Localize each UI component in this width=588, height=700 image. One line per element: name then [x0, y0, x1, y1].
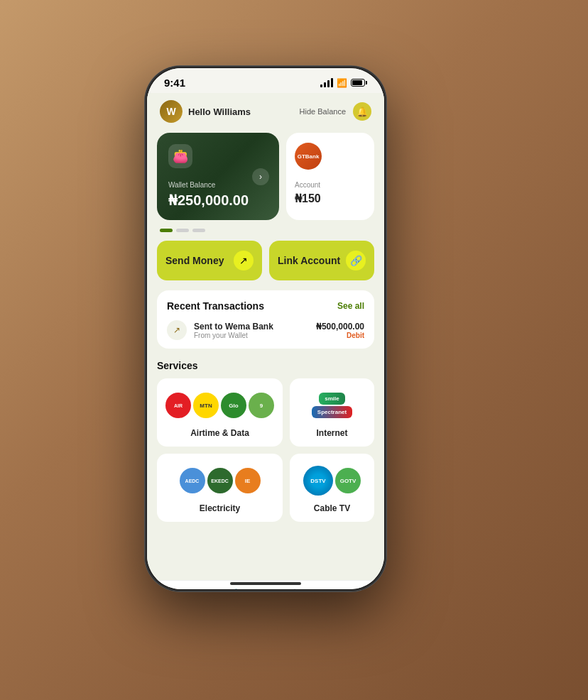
bank-amount: ₦150 [295, 192, 366, 205]
user-info: W Hello Williams [160, 100, 251, 123]
electricity-logos: AEDC EKEDC IE [180, 465, 261, 496]
dot-1 [176, 229, 189, 232]
wifi-icon: 📶 [337, 78, 347, 88]
carousel-dots [147, 227, 384, 238]
cable-tv-card[interactable]: DSTV GOTV Cable TV [290, 454, 374, 522]
quick-actions: Send Money ↗ Link Account 🔗 [147, 238, 384, 288]
battery-icon [351, 79, 367, 87]
tx-right: ₦500,000.00 Debit [316, 322, 364, 339]
internet-label: Internet [316, 428, 347, 438]
status-bar: 9:41 📶 [147, 68, 384, 93]
electricity-card[interactable]: AEDC EKEDC IE Electricity [157, 454, 283, 522]
cable-logos: DSTV GOTV [303, 465, 361, 496]
more-nav-icon: ··· [349, 589, 361, 590]
airtime-data-card[interactable]: AIR MTN Glo 9 Airtime & Data [157, 378, 283, 447]
airtime-data-label: Airtime & Data [190, 428, 249, 438]
airtime-logos: AIR MTN Glo 9 [165, 390, 274, 421]
wallet-label: Wallet Balance [168, 181, 268, 189]
phone-shell: 9:41 📶 [145, 66, 386, 591]
dot-active [160, 229, 173, 232]
notification-bell-icon[interactable]: 🔔 [353, 102, 371, 121]
gotv-logo: GOTV [335, 468, 361, 493]
dstv-logo: DSTV [303, 466, 333, 496]
avatar: W [160, 100, 183, 123]
ie-logo: IE [235, 468, 261, 493]
tx-details: Sent to Wema Bank From your Wallet [194, 322, 273, 339]
link-account-button[interactable]: Link Account 🔗 [269, 241, 374, 280]
tx-sub: From your Wallet [194, 332, 273, 339]
tx-name: Sent to Wema Bank [194, 322, 273, 332]
smile-logo: smile [319, 393, 344, 405]
glo-logo: Glo [221, 393, 246, 418]
status-icons: 📶 [320, 78, 367, 88]
screen-content: W Hello Williams Hide Balance 🔔 👛 Wallet… [147, 93, 384, 580]
9mobile-logo: 9 [249, 393, 274, 418]
accounts-nav-icon: 🏛 [288, 589, 303, 590]
tx-left: ↗ Sent to Wema Bank From your Wallet [167, 320, 273, 340]
balance-section: 👛 Wallet Balance ₦250,000.00 › GTBank Ac… [147, 128, 384, 227]
wallet-amount: ₦250,000.00 [168, 192, 268, 209]
tx-type: Debit [316, 332, 364, 339]
ekedc-logo: EKEDC [207, 468, 233, 493]
hide-balance-button[interactable]: Hide Balance [300, 107, 346, 116]
wallet-icon: 👛 [168, 144, 192, 168]
link-account-label: Link Account [278, 255, 340, 266]
electricity-label: Electricity [200, 503, 240, 513]
nav-accounts[interactable]: 🏛 Accounts [266, 589, 325, 590]
services-section: Services AIR MTN Glo 9 Airtime & Data [147, 356, 384, 529]
nav-transactions[interactable]: 📋 Transactions [207, 588, 266, 589]
home-indicator [230, 582, 301, 585]
airtel-logo: AIR [165, 393, 191, 418]
spectranet-logo: Spectranet [312, 406, 352, 418]
spectranet-container: smile Spectranet [312, 393, 352, 418]
transactions-nav-icon: 📋 [227, 588, 245, 589]
cable-tv-label: Cable TV [314, 503, 350, 513]
aedc-logo: AEDC [180, 468, 205, 493]
link-account-icon: 🔗 [346, 251, 366, 270]
transactions-section: Recent Transactions See all ↗ Sent to We… [157, 290, 374, 349]
header-right: Hide Balance 🔔 [300, 102, 371, 121]
signal-icon [320, 78, 333, 87]
send-money-label: Send Money [165, 255, 224, 266]
bank-label: Account [295, 181, 366, 189]
internet-logos: smile Spectranet [312, 390, 352, 421]
mtn-logo: MTN [193, 393, 219, 418]
greeting-text: Hello Williams [188, 106, 251, 117]
transactions-header: Recent Transactions See all [167, 300, 364, 312]
transaction-item[interactable]: ↗ Sent to Wema Bank From your Wallet ₦50… [167, 320, 364, 340]
wallet-card[interactable]: 👛 Wallet Balance ₦250,000.00 › [157, 133, 279, 220]
send-money-button[interactable]: Send Money ↗ [157, 241, 262, 280]
gtbank-logo: GTBank [295, 143, 322, 170]
tx-arrow-icon: ↗ [167, 320, 187, 340]
internet-card[interactable]: smile Spectranet Internet [290, 378, 374, 447]
bottom-spacer [147, 529, 384, 536]
services-grid: AIR MTN Glo 9 Airtime & Data smile Spec [157, 378, 374, 522]
wallet-arrow-icon: › [252, 168, 269, 185]
bank-card[interactable]: GTBank Account ₦150 [286, 133, 374, 220]
tx-amount: ₦500,000.00 [316, 322, 364, 332]
see-all-button[interactable]: See all [337, 301, 364, 311]
home-nav-icon: 🏠 [168, 588, 185, 589]
send-money-icon: ↗ [234, 251, 254, 270]
status-time: 9:41 [164, 77, 185, 89]
services-title: Services [157, 360, 374, 371]
transactions-title: Recent Transactions [167, 300, 264, 312]
header: W Hello Williams Hide Balance 🔔 [147, 93, 384, 128]
dot-2 [192, 229, 205, 232]
